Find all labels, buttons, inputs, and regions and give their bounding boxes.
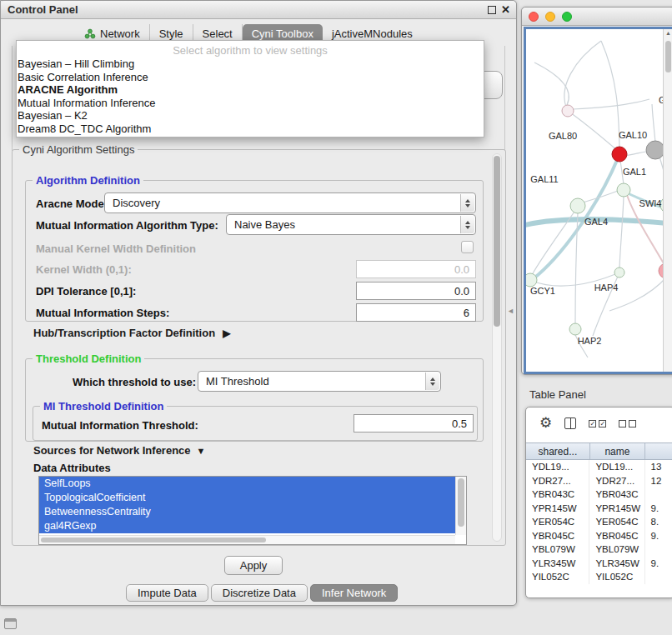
hub-definition-expander[interactable]: Hub/Transcription Factor Definition	[33, 327, 230, 339]
tab-label: Select	[203, 28, 233, 40]
column-header[interactable]	[645, 443, 672, 459]
algorithm-option[interactable]: Mutual Information Inference	[17, 97, 484, 110]
window-title: Control Panel	[8, 3, 78, 16]
network-node-red[interactable]	[612, 147, 627, 162]
algorithm-dropdown-popup: Select algorithm to view settings Bayesi…	[16, 40, 484, 138]
column-chooser-icon[interactable]	[564, 418, 576, 429]
table-row[interactable]: YDL19... YDL19... 13	[526, 460, 672, 474]
apply-button[interactable]: Apply	[224, 556, 283, 575]
node-label: HAP2	[578, 336, 602, 346]
sources-expander[interactable]: Sources for Network Inference	[33, 444, 205, 457]
mi-threshold-field[interactable]: 0.5	[354, 414, 474, 432]
column-header[interactable]: name	[590, 443, 645, 459]
cell: YPR145W	[589, 502, 644, 516]
selected-value: Discovery	[113, 197, 160, 209]
scrollbar-thumb[interactable]	[665, 41, 671, 72]
cell: YBR045C	[589, 529, 644, 543]
cell: YER054C	[526, 515, 589, 529]
threshold-definition-group: Threshold Definition Which threshold to …	[25, 358, 484, 442]
node-label: GAL11	[530, 174, 558, 184]
dpi-tolerance-label: DPI Tolerance [0,1]:	[36, 285, 136, 298]
group-title: Algorithm Definition	[33, 174, 143, 187]
cell: YBL079W	[526, 542, 589, 557]
list-horizontal-scrollbar[interactable]	[39, 535, 455, 544]
network-node[interactable]	[614, 268, 624, 278]
selected-value: MI Threshold	[206, 375, 269, 388]
mi-steps-field[interactable]: 6	[356, 303, 476, 322]
network-window-titlebar	[522, 8, 672, 26]
attribute-item[interactable]: gal4RGexp	[39, 519, 456, 533]
column-header[interactable]: shared...	[526, 443, 590, 459]
aracne-mode-select[interactable]: Discovery	[104, 192, 476, 213]
float-window-icon[interactable]	[488, 6, 496, 14]
window-controls	[529, 12, 572, 22]
tab-impute-data[interactable]: Impute Data	[126, 584, 208, 602]
network-node[interactable]	[617, 183, 630, 197]
table-row[interactable]: YPR145W YPR145W 9.	[526, 502, 672, 516]
network-node[interactable]	[526, 273, 537, 287]
cell: YBR045C	[526, 529, 589, 543]
cell: YIL052C	[589, 570, 644, 584]
list-vertical-scrollbar[interactable]	[455, 477, 466, 535]
zoom-traffic-light-icon[interactable]	[562, 12, 572, 22]
network-canvas[interactable]: GAL80 GAL10 GAL11 GAL1 SWI4 GAL4 GCY1 HA…	[524, 27, 672, 374]
panel-border-fragment	[12, 46, 13, 151]
which-threshold-select[interactable]: MI Threshold	[198, 371, 441, 392]
table-row[interactable]: YBL079W YBL079W	[526, 542, 672, 557]
scrollbar-thumb[interactable]	[458, 478, 464, 527]
close-traffic-light-icon[interactable]	[529, 12, 539, 22]
table-row[interactable]: YDR27... YDR27... 12	[526, 474, 672, 488]
algorithm-option-selected[interactable]: ARACNE Algorithm	[17, 83, 484, 97]
select-all-checks-icon[interactable]	[589, 420, 606, 428]
network-node[interactable]	[569, 323, 581, 335]
settings-scrollbar[interactable]	[492, 153, 502, 542]
restore-panel-icon[interactable]	[4, 618, 17, 629]
dpi-tolerance-field[interactable]: 0.0	[356, 282, 476, 300]
attribute-item[interactable]: BetweennessCentrality	[39, 505, 456, 519]
cell: YBR043C	[589, 488, 644, 502]
tab-infer-network[interactable]: Infer Network	[310, 584, 398, 602]
cell	[645, 542, 672, 557]
deselect-all-boxes-icon[interactable]	[619, 420, 636, 428]
network-graph: GAL80 GAL10 GAL11 GAL1 SWI4 GAL4 GCY1 HA…	[526, 29, 672, 372]
cell: 8.	[645, 515, 672, 529]
network-node[interactable]	[562, 105, 574, 117]
settings-gear-icon[interactable]	[539, 416, 552, 431]
network-node-gray[interactable]	[646, 141, 664, 159]
network-icon	[84, 28, 96, 39]
attribute-item[interactable]: SelfLoops	[39, 477, 456, 491]
kernel-width-field[interactable]: 0.0	[356, 260, 476, 278]
split-pane-collapse-icon[interactable]	[507, 307, 514, 315]
scrollbar-thumb[interactable]	[494, 156, 500, 327]
algorithm-option[interactable]: Bayesian – K2	[17, 109, 484, 122]
control-panel-window: Control Panel Network Style Select Cyni …	[0, 0, 517, 606]
attribute-item[interactable]: TopologicalCoefficient	[39, 491, 456, 505]
table-toolbar	[539, 416, 636, 431]
scrollbar-thumb[interactable]	[41, 538, 266, 542]
group-title: Threshold Definition	[33, 352, 144, 365]
network-vertical-scrollbar[interactable]: ▲	[663, 29, 672, 372]
cell: YDR27...	[526, 474, 589, 488]
minimize-traffic-light-icon[interactable]	[545, 12, 555, 22]
tab-label: Cyni Toolbox	[252, 28, 313, 40]
manual-kernel-width-checkbox[interactable]	[461, 241, 474, 253]
popup-placeholder: Select algorithm to view settings	[17, 43, 484, 58]
table-row[interactable]: YBR045C YBR045C 9.	[526, 529, 672, 543]
tab-discretize-data[interactable]: Discretize Data	[211, 584, 308, 602]
close-icon[interactable]	[501, 5, 510, 15]
table-row[interactable]: YER054C YER054C 8.	[526, 515, 672, 529]
algorithm-option[interactable]: Basic Correlation Inference	[17, 71, 484, 84]
manual-kernel-width-label: Manual Kernel Width Definition	[36, 242, 196, 255]
table-row[interactable]: YIL052C YIL052C	[526, 570, 672, 584]
mi-type-select[interactable]: Naive Bayes	[226, 214, 476, 235]
combo-arrows-icon	[460, 194, 474, 212]
bottom-tabs: Impute Data Discretize Data Infer Networ…	[126, 584, 398, 602]
node-label: SWI4	[639, 198, 662, 208]
table-row[interactable]: YLR345W YLR345W 9.	[526, 557, 672, 571]
scroll-up-icon[interactable]: ▲	[664, 30, 672, 36]
algorithm-option[interactable]: Bayesian – Hill Climbing	[17, 58, 484, 71]
algorithm-option[interactable]: Dream8 DC_TDC Algorithm	[17, 122, 484, 136]
table-row[interactable]: YBR043C YBR043C	[526, 488, 672, 502]
node-table: shared... name YDL19... YDL19... 13 YDR2…	[526, 442, 672, 584]
network-node[interactable]	[570, 198, 585, 213]
